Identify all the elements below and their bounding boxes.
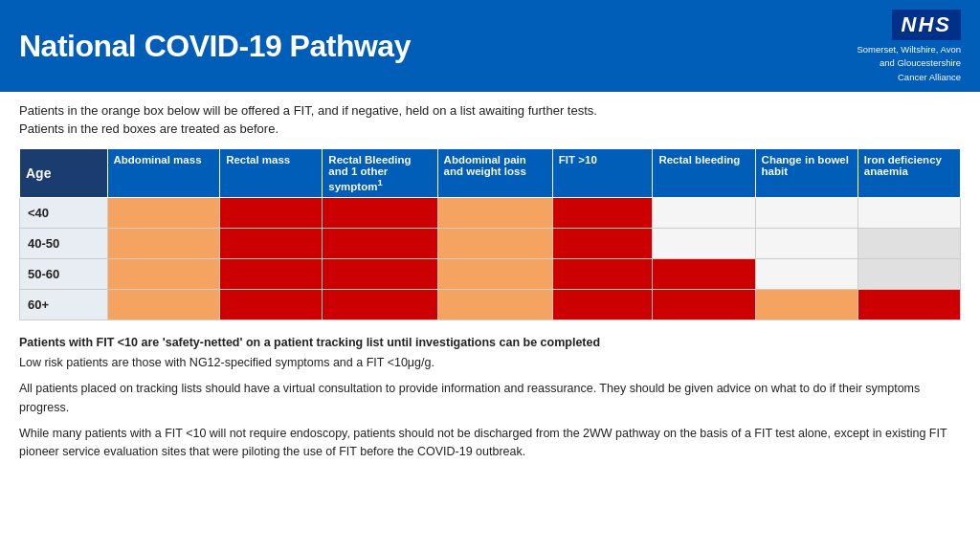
cell-empty — [653, 197, 755, 228]
cell-light-gray — [858, 228, 960, 258]
nhs-badge: NHS — [892, 10, 961, 40]
cell-orange — [437, 258, 552, 289]
cell-red — [552, 258, 653, 289]
col-header-iron: Iron deficiency anaemia — [858, 148, 960, 197]
cell-empty — [755, 228, 858, 258]
org-name: Somerset, Wiltshire, Avon and Gloucester… — [857, 43, 961, 84]
col-header-age: Age — [20, 148, 108, 197]
table-row: 40-50 — [20, 228, 961, 258]
footer-sub-line: Low risk patients are those with NG12-sp… — [19, 354, 961, 372]
footer-bold-line: Patients with FIT <10 are 'safety-netted… — [19, 334, 961, 352]
cell-red — [552, 197, 653, 228]
cell-orange — [437, 197, 552, 228]
cell-red — [653, 258, 755, 289]
footer-para2: While many patients with a FIT <10 will … — [19, 425, 961, 462]
col-header-abdominal-pain: Abdominal pain and weight loss — [437, 148, 552, 197]
age-cell: 40-50 — [20, 228, 108, 258]
cell-red — [552, 289, 653, 320]
cell-orange — [437, 289, 552, 320]
cell-light-gray — [858, 258, 960, 289]
footer: Patients with FIT <10 are 'safety-netted… — [0, 328, 980, 475]
cell-orange — [107, 228, 220, 258]
cell-red — [323, 289, 437, 320]
cell-orange — [107, 197, 220, 228]
table-header-row: Age Abdominal mass Rectal mass Rectal Bl… — [20, 148, 961, 197]
col-header-abdominal-mass: Abdominal mass — [107, 148, 220, 197]
nhs-logo-area: NHS Somerset, Wiltshire, Avon and Glouce… — [857, 10, 961, 84]
table-row: 60+ — [20, 289, 961, 320]
cell-red — [220, 258, 323, 289]
page-title: National COVID-19 Pathway — [19, 29, 411, 64]
age-cell: 60+ — [20, 289, 108, 320]
cell-empty — [653, 228, 755, 258]
cell-orange — [107, 289, 220, 320]
table-row: <40 — [20, 197, 961, 228]
cell-orange — [755, 289, 858, 320]
pathway-table: Age Abdominal mass Rectal mass Rectal Bl… — [19, 148, 961, 320]
intro-line2: Patients in the red boxes are treated as… — [19, 120, 961, 139]
intro-line1: Patients in the orange box below will be… — [19, 101, 961, 121]
cell-red — [858, 289, 960, 320]
intro-text: Patients in the orange box below will be… — [0, 92, 980, 144]
page: National COVID-19 Pathway NHS Somerset, … — [0, 0, 980, 551]
cell-red — [220, 228, 323, 258]
cell-empty — [755, 258, 858, 289]
cell-red — [653, 289, 755, 320]
cell-empty — [755, 197, 858, 228]
cell-empty — [858, 197, 960, 228]
cell-red — [323, 228, 437, 258]
cell-red — [220, 197, 323, 228]
col-header-rectal-bleeding: Rectal bleeding — [653, 148, 755, 197]
header: National COVID-19 Pathway NHS Somerset, … — [0, 0, 980, 92]
cell-red — [552, 228, 653, 258]
col-header-bowel-habit: Change in bowel habit — [755, 148, 858, 197]
col-header-fit: FIT >10 — [552, 148, 653, 197]
cell-red — [220, 289, 323, 320]
cell-red — [323, 258, 437, 289]
col-header-rectal-mass: Rectal mass — [220, 148, 323, 197]
table-row: 50-60 — [20, 258, 961, 289]
pathway-table-wrap: Age Abdominal mass Rectal mass Rectal Bl… — [0, 144, 980, 328]
cell-red — [323, 197, 437, 228]
footer-para1: All patients placed on tracking lists sh… — [19, 380, 961, 417]
age-cell: <40 — [20, 197, 108, 228]
cell-orange — [437, 228, 552, 258]
cell-orange — [107, 258, 220, 289]
col-header-rectal-bleeding-symptom: Rectal Bleeding and 1 other symptom1 — [323, 148, 437, 197]
age-cell: 50-60 — [20, 258, 108, 289]
